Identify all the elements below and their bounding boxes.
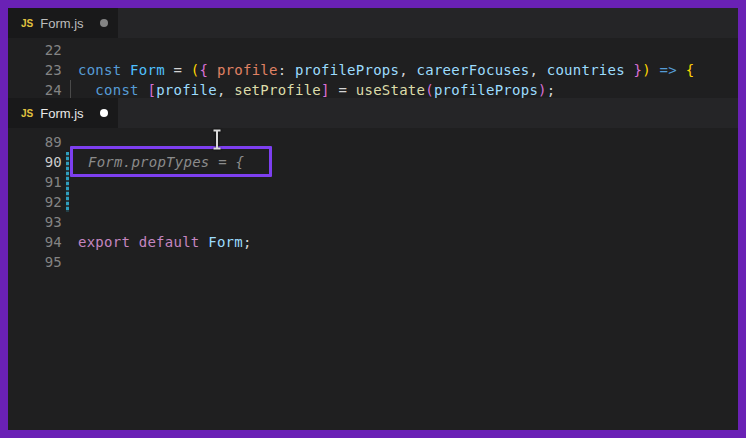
- code-token: [78, 82, 95, 98]
- code-line[interactable]: 95: [8, 252, 738, 272]
- code-token: ): [538, 82, 547, 98]
- code-line[interactable]: 89: [8, 132, 738, 152]
- line-number: 24: [8, 80, 62, 98]
- tab-label: Form.js: [40, 16, 83, 31]
- code-token: ,: [399, 62, 416, 78]
- code-line[interactable]: 23const Form = ({ profile: profileProps,…: [8, 60, 738, 80]
- code-line[interactable]: 92: [8, 192, 738, 212]
- code-token: setProfile: [234, 82, 321, 98]
- line-number: 89: [8, 132, 62, 152]
- line-number: 92: [8, 192, 62, 212]
- code-token: [130, 234, 139, 250]
- code-token: (: [425, 82, 434, 98]
- code-token: [625, 62, 634, 78]
- inline-suggestion-ghost-text: Form.propTypes = {: [88, 154, 244, 170]
- editor-pane-top: JS Form.js 2223const Form = ({ profile: …: [8, 8, 738, 98]
- code-token: [121, 62, 130, 78]
- line-number: 95: [8, 252, 62, 272]
- code-token: export: [78, 234, 130, 250]
- tab-form-js[interactable]: JS Form.js: [8, 8, 118, 38]
- modified-indicator-dot[interactable]: [100, 19, 108, 27]
- code-token: [: [147, 82, 156, 98]
- gutter-change-indicator: [66, 152, 69, 172]
- code-token: profile: [217, 62, 278, 78]
- code-line-text: export default Form;: [78, 232, 252, 252]
- code-line-text: const [profile, setProfile] = useState(p…: [78, 80, 555, 98]
- code-line[interactable]: 90Form.propTypes = {: [8, 152, 738, 172]
- code-token: (: [191, 62, 200, 78]
- code-token: =: [330, 82, 356, 98]
- code-token: =: [165, 62, 191, 78]
- code-token: ,: [529, 62, 546, 78]
- code-token: profileProps: [434, 82, 538, 98]
- code-token: countries: [547, 62, 625, 78]
- line-number: 23: [8, 60, 62, 80]
- modified-indicator-dot[interactable]: [100, 109, 108, 117]
- code-line[interactable]: 24 const [profile, setProfile] = useStat…: [8, 80, 738, 98]
- code-line[interactable]: 22: [8, 40, 738, 60]
- code-token: const: [95, 82, 138, 98]
- screenshot-root: JS Form.js 2223const Form = ({ profile: …: [0, 0, 746, 438]
- code-line-text: const Form = ({ profile: profileProps, c…: [78, 60, 694, 80]
- code-line[interactable]: 93: [8, 212, 738, 232]
- code-token: {: [686, 62, 695, 78]
- code-token: ;: [243, 234, 252, 250]
- code-token: [200, 234, 209, 250]
- indent-guide: [70, 80, 71, 98]
- code-token: [677, 62, 686, 78]
- line-number: 90: [8, 152, 62, 172]
- line-number: 91: [8, 172, 62, 192]
- code-token: default: [139, 234, 200, 250]
- code-token: ;: [547, 82, 556, 98]
- code-token: useState: [356, 82, 425, 98]
- code-token: {: [200, 62, 209, 78]
- editor-pane-bottom: JS Form.js 8990Form.propTypes = {9192939…: [8, 98, 738, 430]
- code-line[interactable]: 91: [8, 172, 738, 192]
- code-token: ,: [217, 82, 234, 98]
- code-token: const: [78, 62, 121, 78]
- tab-bar: JS Form.js: [8, 8, 738, 38]
- code-token: :: [278, 62, 295, 78]
- code-token: [208, 62, 217, 78]
- editor-workspace: JS Form.js 2223const Form = ({ profile: …: [8, 8, 738, 430]
- code-token: Form: [208, 234, 243, 250]
- code-token: ): [642, 62, 651, 78]
- gutter-change-indicator: [66, 192, 69, 212]
- javascript-file-icon: JS: [21, 18, 33, 29]
- line-number: 93: [8, 212, 62, 232]
- code-token: [651, 62, 660, 78]
- code-token: Form: [130, 62, 165, 78]
- code-token: careerFocuses: [417, 62, 530, 78]
- tab-form-js[interactable]: JS Form.js: [8, 98, 118, 128]
- line-number: 94: [8, 232, 62, 252]
- code-line[interactable]: 94export default Form;: [8, 232, 738, 252]
- code-area[interactable]: 2223const Form = ({ profile: profileProp…: [8, 38, 738, 98]
- code-line-text: Form.propTypes = {: [78, 152, 244, 172]
- code-area[interactable]: 8990Form.propTypes = {91929394export def…: [8, 128, 738, 272]
- code-token: profileProps: [295, 62, 399, 78]
- tab-label: Form.js: [40, 106, 83, 121]
- javascript-file-icon: JS: [21, 108, 33, 119]
- code-token: profile: [156, 82, 217, 98]
- code-token: }: [634, 62, 643, 78]
- tab-bar: JS Form.js: [8, 98, 738, 128]
- code-token: ]: [321, 82, 330, 98]
- line-number: 22: [8, 40, 62, 60]
- gutter-change-indicator: [66, 172, 69, 192]
- code-token: =>: [660, 62, 677, 78]
